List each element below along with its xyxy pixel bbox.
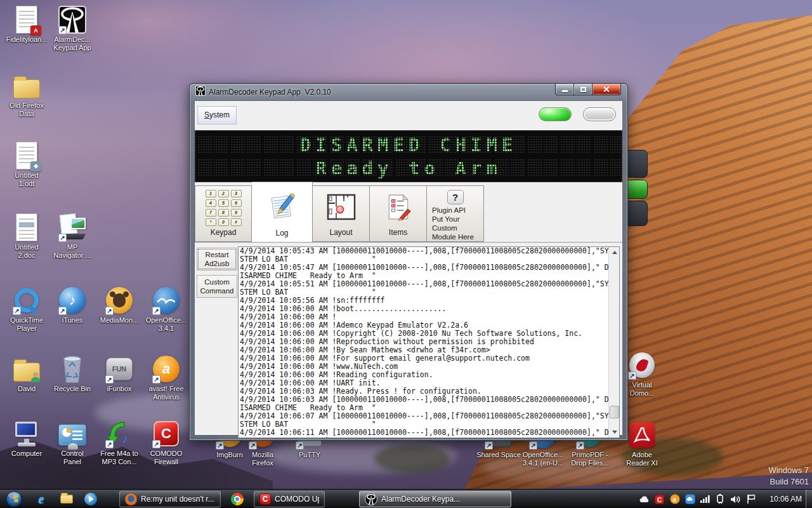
display-line2: Ready to Arm bbox=[195, 157, 622, 179]
folder-user-icon bbox=[12, 354, 41, 384]
layout-tab-icon: @ bbox=[313, 186, 369, 228]
desktop-icon-free-m4a[interactable]: ♪↗Free M4a to MP3 Con... bbox=[96, 419, 142, 466]
plugin-help-icon: ? bbox=[447, 190, 464, 204]
desktop-icon-itunes[interactable]: ♪↗iTunes bbox=[49, 286, 95, 324]
tab-strip: 123456789*0#KeypadLog@LayoutItems?Plugin… bbox=[195, 182, 622, 243]
tab-plugin[interactable]: ?Plugin API Put Your Custom Module Here bbox=[427, 185, 484, 242]
desktop-icon-old-firefox-data[interactable]: Old Firefox Data bbox=[4, 71, 49, 118]
desktop-icon-label: Virtual Domo... bbox=[630, 381, 655, 398]
desktop-icon-label: Untitled 2.doc bbox=[15, 243, 38, 260]
taskbar-button-comodo-task[interactable]: CCOMODO Update bbox=[254, 491, 325, 507]
menu-system[interactable]: System bbox=[197, 106, 237, 124]
comodo-tray-icon[interactable]: C bbox=[654, 494, 665, 505]
desktop-icon-recycle-bin[interactable]: Recycle Bin bbox=[49, 354, 95, 393]
scroll-up-button[interactable] bbox=[609, 247, 620, 258]
desktop-icon-fidelityloan[interactable]: AFidelityloan... bbox=[4, 5, 49, 44]
alarmdecoder-icon bbox=[365, 493, 377, 505]
taskbar-button-alarmdecoder-task[interactable]: AlarmDecoder Keypa... bbox=[359, 491, 511, 507]
desktop-icon-control-panel[interactable]: Control Panel bbox=[49, 419, 95, 466]
window-icon bbox=[195, 86, 206, 98]
log-output[interactable]: 4/9/2014 10:05:43 AM [1000000110010000--… bbox=[238, 246, 620, 438]
mini-key: * bbox=[206, 218, 216, 226]
shortcut-arrow-icon: ↗ bbox=[58, 307, 67, 315]
start-button[interactable] bbox=[5, 490, 23, 508]
usb-tray-icon[interactable] bbox=[715, 494, 726, 505]
skydrive-tray-icon[interactable] bbox=[684, 494, 695, 505]
media-player-icon bbox=[84, 493, 97, 505]
tab-keypad[interactable]: 123456789*0#Keypad bbox=[195, 185, 252, 242]
log-scrollbar[interactable] bbox=[608, 247, 619, 438]
sidebar-gadget[interactable] bbox=[625, 150, 648, 228]
shortcut-arrow-icon: ↗ bbox=[105, 375, 114, 384]
restart-ad2usb-button[interactable]: Restart Ad2usb bbox=[197, 248, 237, 271]
menubar: System bbox=[195, 101, 622, 130]
action-center-tray-icon[interactable] bbox=[745, 494, 756, 505]
desktop-icon-alarmdecoder-app[interactable]: ↗AlarmDec... Keypad App bbox=[49, 5, 95, 52]
desktop-icon-untitled-1[interactable]: ❖Untitled 1.odt bbox=[4, 141, 49, 188]
scroll-down-button[interactable] bbox=[609, 427, 620, 438]
scroll-thumb[interactable] bbox=[610, 406, 619, 418]
desktop-icon-openoffice[interactable]: ↗OpenOffice... 3.4.1 bbox=[143, 286, 189, 333]
taskbar-button-firefox-task[interactable]: Re:my unit doesn't r... bbox=[119, 491, 221, 507]
taskbar-windows-explorer[interactable] bbox=[58, 491, 75, 507]
tab-items[interactable]: Items bbox=[370, 185, 427, 242]
network-tray-icon[interactable] bbox=[700, 494, 710, 505]
tab-label-layout: Layout bbox=[329, 228, 352, 241]
shortcut-arrow-icon: ↗ bbox=[105, 307, 114, 315]
close-button[interactable] bbox=[592, 84, 621, 95]
svg-text:a: a bbox=[672, 496, 676, 503]
desktop-icon-label: avast! Free Antivirus bbox=[148, 385, 183, 401]
caption-buttons bbox=[555, 84, 621, 95]
desktop-icon-computer[interactable]: Computer bbox=[4, 419, 49, 458]
watermark-line1: Windows 7 bbox=[768, 465, 809, 476]
taskbar-button-label: AlarmDecoder Keypa... bbox=[381, 495, 460, 504]
status-toggle-off[interactable] bbox=[583, 107, 616, 121]
desktop-icon-david[interactable]: David bbox=[4, 354, 49, 393]
avast-tray-icon[interactable]: a bbox=[669, 494, 680, 505]
ifunbox-icon: FUN↗ bbox=[105, 354, 134, 384]
taskbar-media-player[interactable] bbox=[82, 491, 99, 507]
alarmdecoder-window: AlarmDecoder Keypad App V2.0.10 System D… bbox=[189, 83, 628, 441]
shortcut-arrow-icon: ↗ bbox=[249, 441, 257, 450]
desktop-icon-label: David bbox=[18, 385, 36, 393]
taskbar-internet-explorer[interactable]: e bbox=[33, 491, 49, 507]
maximize-button[interactable] bbox=[574, 84, 592, 95]
desktop-icon-mediamonkey[interactable]: ↗MediaMon... bbox=[96, 286, 142, 324]
mini-key: 3 bbox=[231, 190, 242, 197]
minimize-button[interactable] bbox=[555, 84, 574, 95]
status-toggle-on[interactable] bbox=[539, 107, 572, 121]
desktop-icon-avast[interactable]: a↗avast! Free Antivirus bbox=[143, 354, 189, 401]
tab-log[interactable]: Log bbox=[252, 182, 313, 242]
show-desktop-button[interactable] bbox=[806, 490, 812, 508]
tab-layout[interactable]: @Layout bbox=[313, 185, 370, 242]
custom-command-button[interactable]: Custom Command bbox=[197, 275, 237, 298]
volume-tray-icon[interactable] bbox=[730, 494, 741, 505]
virtualdvd-icon: ↗ bbox=[627, 351, 657, 380]
doc-icon bbox=[12, 213, 41, 242]
plugin-tab-label: Plugin API Put Your Custom Module Here bbox=[427, 206, 474, 241]
mini-keypad: 123456789*0# bbox=[206, 190, 242, 226]
mini-key: 6 bbox=[231, 199, 242, 207]
log-panel: Restart Ad2usb Custom Command 4/9/2014 1… bbox=[195, 243, 622, 441]
desktop-icon-ifunbox[interactable]: FUN↗iFunbox bbox=[96, 354, 142, 393]
tab-label-keypad: Keypad bbox=[211, 228, 237, 241]
shortcut-arrow-icon: ↗ bbox=[216, 441, 224, 450]
window-body: System DISARMED CHIME Ready to Arm 12345… bbox=[194, 100, 623, 436]
shortcut-arrow-icon: ↗ bbox=[628, 371, 636, 380]
desktop-icon-quicktime-player[interactable]: ↗QuickTime Player bbox=[4, 286, 49, 333]
taskbar-clock[interactable]: 10:06 AM bbox=[769, 490, 802, 508]
desktop-icon-label: iFunbox bbox=[107, 385, 131, 393]
gadget-segment bbox=[625, 201, 648, 226]
taskbar-button-chrome-task[interactable] bbox=[228, 491, 246, 507]
shortcut-arrow-icon: ↗ bbox=[529, 441, 537, 450]
backup-cloud-icon[interactable] bbox=[639, 494, 650, 505]
desktop-icon-label: OpenOffice... 3.4.1 (en-U... bbox=[523, 451, 564, 467]
desktop-icon-mp-navigator[interactable]: ↗MP Navigator ... bbox=[49, 213, 95, 260]
desktop-icon-label: Fidelityloan... bbox=[6, 36, 48, 44]
log-tab-icon bbox=[252, 182, 312, 229]
shortcut-arrow-icon: ↗ bbox=[58, 26, 67, 34]
desktop-icon-untitled-2[interactable]: Untitled 2.doc bbox=[4, 213, 49, 260]
shortcut-arrow-icon: ↗ bbox=[152, 307, 160, 315]
desktop-icon-label: Old Firefox Data bbox=[10, 102, 44, 118]
desktop-icon-comodo-firewall[interactable]: C↗COMODO Firewall bbox=[143, 419, 189, 466]
